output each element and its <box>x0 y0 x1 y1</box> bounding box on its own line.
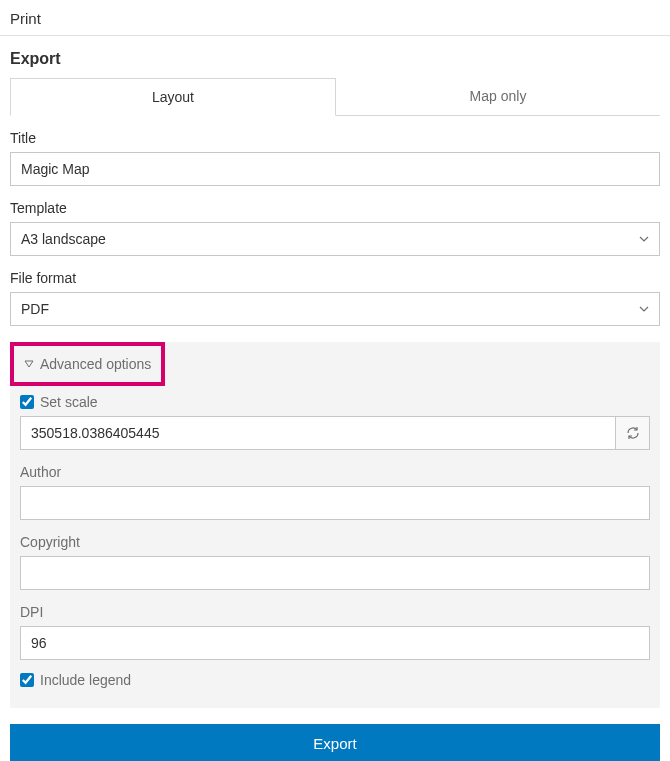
tab-layout-label: Layout <box>152 89 194 105</box>
advanced-options-toggle[interactable]: Advanced options <box>14 346 161 382</box>
template-label: Template <box>10 200 660 216</box>
include-legend-row: Include legend <box>20 672 650 688</box>
include-legend-label: Include legend <box>40 672 131 688</box>
scale-input[interactable] <box>20 416 616 450</box>
panel-header-title: Print <box>10 10 41 27</box>
export-button[interactable]: Export <box>10 724 660 761</box>
set-scale-row: Set scale <box>20 394 650 410</box>
include-legend-checkbox[interactable] <box>20 673 34 687</box>
tab-map-only-label: Map only <box>470 88 527 104</box>
template-select[interactable]: A3 landscape <box>10 222 660 256</box>
author-label: Author <box>20 464 650 480</box>
copyright-label: Copyright <box>20 534 650 550</box>
panel-header: Print <box>0 0 670 36</box>
set-scale-label: Set scale <box>40 394 98 410</box>
export-panel: Export Layout Map only Title Template A3… <box>0 36 670 761</box>
file-format-label: File format <box>10 270 660 286</box>
tab-layout[interactable]: Layout <box>10 78 336 116</box>
export-tabs: Layout Map only <box>10 78 660 116</box>
tab-map-only[interactable]: Map only <box>336 78 660 115</box>
export-section-title: Export <box>10 36 660 78</box>
dpi-label: DPI <box>20 604 650 620</box>
refresh-icon <box>625 425 641 441</box>
advanced-options-section: Advanced options Set scale <box>10 342 660 708</box>
copyright-input[interactable] <box>20 556 650 590</box>
author-input[interactable] <box>20 486 650 520</box>
refresh-scale-button[interactable] <box>616 416 650 450</box>
advanced-options-body: Set scale Author Copyright <box>10 394 660 688</box>
title-label: Title <box>10 130 660 146</box>
advanced-options-highlight: Advanced options <box>10 342 165 386</box>
file-format-select[interactable]: PDF <box>10 292 660 326</box>
set-scale-checkbox[interactable] <box>20 395 34 409</box>
title-input[interactable] <box>10 152 660 186</box>
triangle-down-icon <box>24 359 34 369</box>
dpi-input[interactable] <box>20 626 650 660</box>
advanced-options-label: Advanced options <box>40 356 151 372</box>
export-button-label: Export <box>313 735 356 752</box>
